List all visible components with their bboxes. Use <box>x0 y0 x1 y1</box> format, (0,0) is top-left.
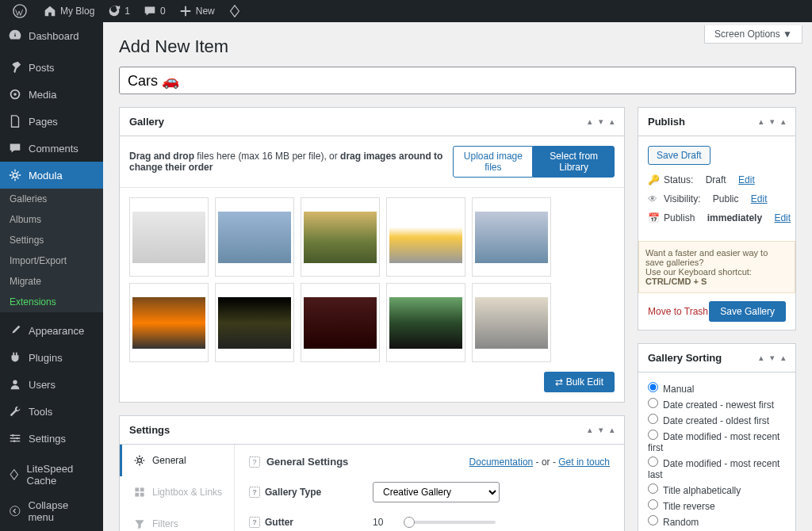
move-down-icon[interactable]: ▾ <box>599 425 603 435</box>
sidebar-item-collapse[interactable]: Collapse menu <box>0 493 103 529</box>
gallery-thumb[interactable] <box>215 197 294 277</box>
bulk-edit-button[interactable]: ⇄ Bulk Edit <box>544 372 615 392</box>
documentation-link[interactable]: Documentation <box>469 457 534 468</box>
toggle-icon[interactable]: ▴ <box>610 117 615 127</box>
thumbnail-image <box>389 212 462 263</box>
tab-lightbox[interactable]: Lightbox & Links <box>120 476 234 508</box>
move-down-icon[interactable]: ▾ <box>770 117 775 127</box>
save-gallery-button[interactable]: Save Gallery <box>709 301 786 322</box>
sub-item-import-export[interactable]: Import/Export <box>0 250 103 271</box>
gallery-thumb[interactable] <box>386 197 465 277</box>
sub-item-extensions[interactable]: Extensions <box>0 292 103 312</box>
sub-item-albums[interactable]: Albums <box>0 209 103 230</box>
sort-option[interactable]: Date created - newest first <box>648 398 786 411</box>
move-to-trash-link[interactable]: Move to Trash <box>648 306 708 317</box>
edit-visibility-link[interactable]: Edit <box>751 193 768 204</box>
upload-files-button[interactable]: Upload image files <box>453 146 533 178</box>
updates[interactable]: 1 <box>101 0 136 22</box>
select-library-button[interactable]: Select from Library <box>533 146 615 178</box>
move-up-icon[interactable]: ▴ <box>588 117 592 127</box>
post-title-input[interactable] <box>119 67 796 94</box>
gallery-thumb[interactable] <box>301 197 380 277</box>
sort-radio[interactable] <box>648 430 658 440</box>
sidebar-item-users[interactable]: Users <box>0 371 103 398</box>
sort-option[interactable]: Random <box>648 515 786 528</box>
sort-radio[interactable] <box>648 499 658 510</box>
tab-filters[interactable]: Filters <box>120 508 234 531</box>
sidebar-label: Plugins <box>29 352 63 364</box>
wp-logo[interactable] <box>6 0 36 22</box>
gutter-slider[interactable] <box>404 521 496 524</box>
sidebar-label: Posts <box>29 62 55 74</box>
screen-options-tab[interactable]: Screen Options ▼ <box>704 25 802 44</box>
pages-icon <box>8 114 22 128</box>
sidebar-item-pages[interactable]: Pages <box>0 108 103 135</box>
svg-point-5 <box>12 434 14 437</box>
sidebar-item-appearance[interactable]: Appearance <box>0 317 103 344</box>
gallery-type-select[interactable]: Creative Gallery <box>373 482 500 502</box>
svg-point-9 <box>138 459 142 463</box>
comments[interactable]: 0 <box>136 0 172 22</box>
contact-link[interactable]: Get in touch <box>558 457 610 468</box>
edit-status-link[interactable]: Edit <box>738 174 755 185</box>
sort-radio[interactable] <box>648 382 658 392</box>
sub-item-migrate[interactable]: Migrate <box>0 271 103 292</box>
gallery-thumb[interactable] <box>386 283 465 362</box>
sort-option[interactable]: Date modified - most recent last <box>648 457 786 480</box>
help-icon[interactable]: ? <box>249 517 260 528</box>
edit-schedule-link[interactable]: Edit <box>774 212 791 223</box>
move-down-icon[interactable]: ▾ <box>770 353 775 363</box>
sidebar-item-modula[interactable]: Modula <box>0 162 103 189</box>
sort-radio[interactable] <box>648 483 658 494</box>
sort-option[interactable]: Date created - oldest first <box>648 414 786 426</box>
sort-radio[interactable] <box>648 398 658 408</box>
site-name[interactable]: My Blog <box>36 0 101 22</box>
sort-option[interactable]: Date modified - most recent first <box>648 430 786 453</box>
gallery-thumb[interactable] <box>301 283 380 362</box>
sidebar-item-comments[interactable]: Comments <box>0 135 103 162</box>
sidebar-item-media[interactable]: Media <box>0 81 103 108</box>
move-up-icon[interactable]: ▴ <box>588 425 592 435</box>
sub-item-galleries[interactable]: Galleries <box>0 189 103 209</box>
sidebar-item-tools[interactable]: Tools <box>0 398 103 425</box>
toggle-icon[interactable]: ▴ <box>610 425 615 435</box>
move-down-icon[interactable]: ▾ <box>599 117 603 127</box>
gallery-thumb[interactable] <box>129 283 209 362</box>
sort-radio[interactable] <box>648 414 658 424</box>
user-icon <box>8 377 22 392</box>
sub-item-settings[interactable]: Settings <box>0 230 103 250</box>
thumbnail-image <box>304 212 377 263</box>
sidebar-item-litespeed[interactable]: LiteSpeed Cache <box>0 457 103 493</box>
tab-general[interactable]: General <box>120 445 234 476</box>
svg-point-0 <box>13 5 26 17</box>
help-icon[interactable]: ? <box>249 487 260 498</box>
gallery-thumb[interactable] <box>129 197 209 277</box>
sorting-options: Manual Date created - newest first Date … <box>638 372 795 531</box>
toggle-icon[interactable]: ▴ <box>781 117 786 127</box>
sidebar-item-settings[interactable]: Settings <box>0 425 103 452</box>
publish-metabox: Publish ▴▾▴ Save Draft 🔑Status: Draft Ed… <box>638 107 796 330</box>
gallery-thumb[interactable] <box>472 283 551 362</box>
new-content[interactable]: New <box>172 0 221 22</box>
sort-option[interactable]: Title alphabetically <box>648 483 786 496</box>
sidebar-item-plugins[interactable]: Plugins <box>0 344 103 371</box>
plug-icon <box>8 350 22 365</box>
help-icon[interactable]: ? <box>249 457 260 468</box>
sidebar-label: Comments <box>29 143 79 155</box>
sidebar-item-dashboard[interactable]: Dashboard <box>0 22 103 49</box>
save-draft-button[interactable]: Save Draft <box>648 146 710 165</box>
toggle-icon[interactable]: ▴ <box>781 353 786 363</box>
gallery-thumb[interactable] <box>472 197 551 277</box>
main-column: Gallery ▴ ▾ ▴ Drag and drop files here (… <box>119 107 625 531</box>
sort-radio[interactable] <box>648 457 658 467</box>
sort-radio[interactable] <box>648 515 658 525</box>
sidebar-item-posts[interactable]: Posts <box>0 54 103 81</box>
litespeed-toolbar[interactable] <box>221 0 251 22</box>
sort-option[interactable]: Manual <box>648 382 786 395</box>
move-up-icon[interactable]: ▴ <box>759 117 764 127</box>
sort-option[interactable]: Title reverse <box>648 499 786 512</box>
gallery-thumb[interactable] <box>215 283 294 362</box>
slider-handle[interactable] <box>404 517 415 528</box>
move-up-icon[interactable]: ▴ <box>759 353 764 363</box>
gallery-heading: Gallery <box>129 116 164 128</box>
